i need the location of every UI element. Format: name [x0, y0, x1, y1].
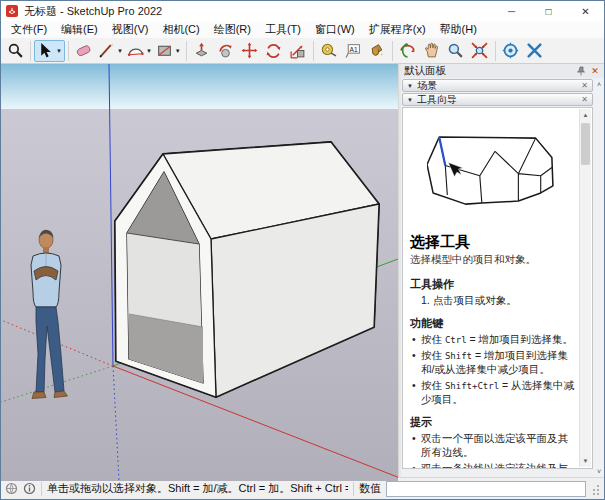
select-dropdown-icon[interactable]: ▼ [56, 48, 62, 54]
section-instructor[interactable]: ▼ 工具向导 ✕ [402, 93, 593, 106]
model-scene[interactable] [1, 64, 398, 481]
instructor-house-image [427, 130, 559, 223]
rectangle-icon [156, 42, 173, 59]
move-tool-button[interactable] [238, 40, 262, 62]
tips-title: 提示 [410, 415, 576, 430]
menu-extensions[interactable]: 扩展程序(x) [362, 21, 433, 38]
geolocation-status-icon[interactable] [5, 482, 18, 495]
tray-close-icon[interactable]: ✕ [589, 66, 601, 77]
model-viewport[interactable] [1, 64, 398, 477]
line-tool-button[interactable]: ▼ [96, 40, 125, 62]
pin-icon[interactable] [576, 66, 586, 76]
paint-bucket-icon [368, 42, 385, 59]
measurements-input[interactable] [386, 481, 586, 497]
sketchup-logo-icon [6, 5, 18, 17]
select-tool-button[interactable]: ▼ [34, 40, 65, 62]
eraser-tool-button[interactable] [72, 40, 96, 62]
minimize-button[interactable]: ─ [493, 1, 530, 21]
menu-help[interactable]: 帮助(H) [433, 21, 484, 38]
collapse-arrow-icon[interactable]: ▼ [407, 83, 413, 89]
push-pull-icon [193, 42, 210, 59]
line-dropdown-icon[interactable]: ▼ [117, 48, 123, 54]
menu-file[interactable]: 文件(F) [4, 21, 54, 38]
instructor-heading: 选择工具 [410, 233, 576, 252]
search-icon [7, 42, 24, 59]
collapse-arrow-icon[interactable]: ▼ [407, 97, 413, 103]
tray-header[interactable]: 默认面板 ✕ [401, 64, 604, 78]
scale-tool-button[interactable] [286, 40, 310, 62]
rotate-tool-button[interactable] [262, 40, 286, 62]
tray-scroll-down-icon[interactable]: ˅ [597, 465, 601, 477]
tip-item: 双击一条边线以选定该边线及与其共享的平面。 [410, 462, 576, 469]
menu-edit[interactable]: 编辑(E) [54, 21, 105, 38]
warehouse-icon [526, 42, 543, 59]
maximize-button[interactable]: □ [530, 1, 567, 21]
menu-camera[interactable]: 相机(C) [155, 21, 206, 38]
tray-body: ▼ 场景 ✕ ▼ 工具向导 ✕ [401, 78, 604, 477]
info-status-icon[interactable] [23, 482, 36, 495]
add-location-icon [502, 42, 519, 59]
rectangle-tool-button[interactable]: ▼ [154, 40, 183, 62]
eraser-icon [75, 42, 92, 59]
tray-scrollbar[interactable]: ˄ ˅ [594, 78, 604, 477]
section-close-icon[interactable]: ✕ [581, 82, 588, 90]
select-cursor-icon [37, 42, 54, 59]
modifier-list: 按住 Ctrl = 增加项目到选择集。 按住 Shift = 增加项目到选择集和… [410, 333, 576, 406]
scroll-up-icon[interactable]: ▲ [580, 109, 592, 121]
text-tool-button[interactable]: A1 [341, 40, 365, 62]
tray-scroll-up-icon[interactable]: ˄ [597, 78, 601, 90]
close-button[interactable]: ✕ [567, 1, 604, 21]
operation-title: 工具操作 [410, 277, 576, 292]
pan-tool-button[interactable] [420, 40, 444, 62]
sketchup-window: 无标题 - SketchUp Pro 2022 ─ □ ✕ 文件(F) 编辑(E… [0, 0, 605, 500]
rectangle-dropdown-icon[interactable]: ▼ [175, 48, 181, 54]
section-scenes[interactable]: ▼ 场景 ✕ [402, 79, 593, 92]
title-bar: 无标题 - SketchUp Pro 2022 ─ □ ✕ [1, 1, 604, 21]
tray-title: 默认面板 [404, 64, 576, 78]
arc-dropdown-icon[interactable]: ▼ [146, 48, 152, 54]
toolbar-separator [68, 41, 69, 61]
arc-tool-button[interactable]: ▼ [125, 40, 154, 62]
scroll-down-icon[interactable]: ▼ [580, 455, 592, 467]
arc-icon [127, 42, 144, 59]
toolbar-separator [495, 41, 496, 61]
main-area: 默认面板 ✕ ▼ 场景 ✕ ▼ 工具向导 ✕ [1, 64, 604, 477]
pan-hand-icon [423, 42, 440, 59]
instructor-scrollbar[interactable]: ▲ ▼ [579, 109, 591, 467]
zoom-tool-button[interactable] [444, 40, 468, 62]
zoom-extents-icon [471, 42, 488, 59]
text-icon: A1 [344, 42, 361, 59]
search-button[interactable] [3, 40, 27, 62]
move-icon [241, 42, 258, 59]
menu-window[interactable]: 窗口(W) [308, 21, 362, 38]
scrollbar-track[interactable] [580, 121, 591, 455]
modifier-item: 按住 Shift+Ctrl = 从选择集中减少项目。 [410, 379, 576, 406]
scrollbar-thumb[interactable] [581, 123, 590, 165]
push-pull-tool-button[interactable] [190, 40, 214, 62]
menu-view[interactable]: 视图(V) [105, 21, 156, 38]
tip-item: 双击一个平面以选定该平面及其所有边线。 [410, 432, 576, 459]
paint-bucket-tool-button[interactable] [365, 40, 389, 62]
svg-text:A1: A1 [350, 46, 358, 53]
toolbar-separator [392, 41, 393, 61]
instructor-subtitle: 选择模型中的项目和对象。 [410, 253, 576, 266]
add-location-button[interactable] [499, 40, 523, 62]
follow-me-tool-button[interactable] [214, 40, 238, 62]
warehouse-button[interactable] [523, 40, 547, 62]
menu-draw[interactable]: 绘图(R) [207, 21, 258, 38]
status-hint: 单击或拖动以选择对象。Shift = 加/减。Ctrl = 加。Shift + … [47, 481, 348, 496]
orbit-tool-button[interactable] [396, 40, 420, 62]
zoom-icon [447, 42, 464, 59]
rotate-icon [265, 42, 282, 59]
pencil-icon [98, 42, 115, 59]
toolbar-separator [30, 41, 31, 61]
sky [1, 64, 398, 109]
toolbar-separator [313, 41, 314, 61]
menu-tools[interactable]: 工具(T) [258, 21, 308, 38]
resize-grip[interactable] [591, 482, 600, 496]
tape-measure-tool-button[interactable] [317, 40, 341, 62]
section-close-icon[interactable]: ✕ [581, 96, 588, 104]
status-divider [353, 482, 354, 496]
status-divider [41, 482, 42, 496]
zoom-extents-button[interactable] [468, 40, 492, 62]
